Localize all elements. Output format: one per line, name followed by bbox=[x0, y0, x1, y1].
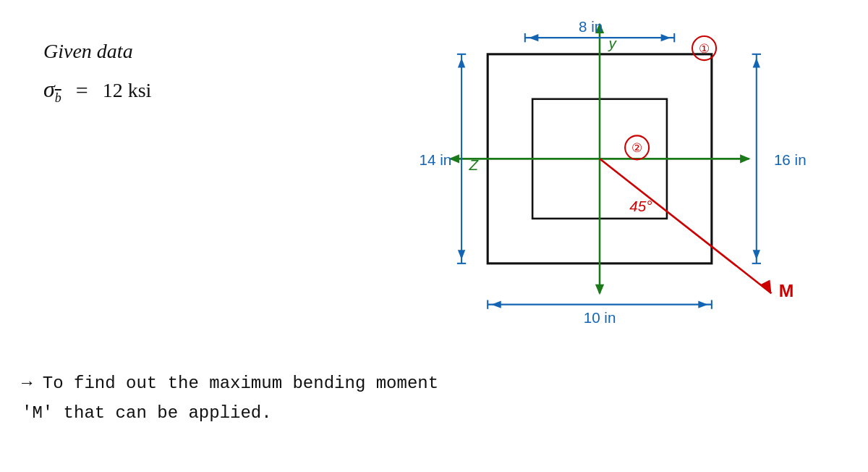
svg-marker-19 bbox=[458, 250, 465, 259]
bottom-text-section: → To find out the maximum bending moment… bbox=[22, 369, 438, 429]
diagram-svg: 8 in 14 in 16 in 10 in y Z 45° M ① bbox=[391, 7, 854, 340]
z-axis-label: Z bbox=[468, 156, 479, 173]
given-data-title: Given data bbox=[43, 40, 151, 63]
page: Given data σb = 12 ksi bbox=[0, 0, 868, 472]
sigma-symbol: σb bbox=[43, 76, 61, 106]
svg-marker-23 bbox=[753, 58, 760, 67]
svg-marker-18 bbox=[458, 58, 465, 67]
svg-line-8 bbox=[600, 159, 771, 293]
formula-value: 12 ksi bbox=[103, 79, 152, 102]
svg-marker-14 bbox=[661, 34, 671, 41]
svg-marker-29 bbox=[698, 300, 707, 308]
dim-top-label: 8 in bbox=[579, 18, 603, 35]
circle2-label: ② bbox=[631, 141, 642, 154]
dim-bottom-label: 10 in bbox=[584, 309, 616, 326]
M-label: M bbox=[779, 281, 794, 300]
y-axis-label: y bbox=[607, 35, 617, 51]
formula-equals: = bbox=[76, 78, 88, 103]
bottom-line1: → To find out the maximum bending moment bbox=[22, 369, 438, 399]
formula-sigma: σb = 12 ksi bbox=[43, 76, 151, 106]
angle-label: 45° bbox=[629, 198, 652, 214]
bottom-line2: 'M' that can be applied. bbox=[22, 399, 438, 429]
given-data-section: Given data σb = 12 ksi bbox=[43, 40, 151, 106]
dim-right-label: 16 in bbox=[774, 151, 807, 168]
dim-left-label: 14 in bbox=[420, 151, 452, 168]
bottom-text-line1: → To find out the maximum bending moment bbox=[22, 369, 438, 399]
svg-marker-28 bbox=[491, 300, 501, 308]
svg-marker-4 bbox=[595, 285, 604, 295]
svg-marker-13 bbox=[529, 34, 538, 41]
circle1-label: ① bbox=[699, 42, 710, 55]
svg-marker-24 bbox=[753, 250, 760, 259]
svg-marker-7 bbox=[740, 154, 750, 163]
